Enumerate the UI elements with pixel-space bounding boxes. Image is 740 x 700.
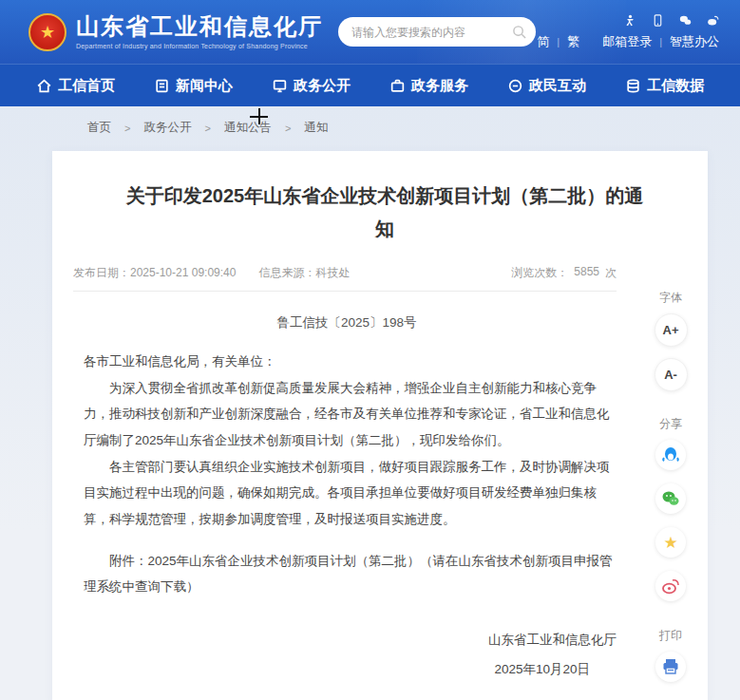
nav-item-news[interactable]: 新闻中心 (154, 77, 233, 95)
national-emblem-icon: ★ (28, 13, 66, 51)
mobile-icon[interactable] (652, 14, 664, 27)
disclosure-icon (272, 78, 288, 94)
font-decrease-button[interactable]: A- (655, 358, 688, 391)
font-label: 字体 (659, 290, 682, 306)
lang-traditional-link[interactable]: 繁 (567, 33, 579, 50)
attachment-line[interactable]: 附件：2025年山东省企业技术创新项目计划（第二批）（请在山东省技术创新项目申报… (84, 548, 617, 600)
search-icon[interactable] (512, 25, 526, 39)
qzone-star-icon[interactable]: ★ (655, 527, 686, 558)
nav-label: 工信数据 (647, 77, 704, 95)
breadcrumb-home[interactable]: 首页 (87, 120, 111, 136)
article-body: 各市工业和信息化局，有关单位： 为深入贯彻全省抓改革创新促高质量发展大会精神，增… (84, 349, 617, 600)
view-count: 浏览次数：5855次 (511, 265, 617, 281)
breadcrumb-notices[interactable]: 通知公告 (224, 120, 272, 136)
main-nav: 工信首页 新闻中心 政务公开 政务服务 政民互动 工信数据 (0, 64, 740, 106)
tool-rail: 字体 A+ A- 分享 ★ 打印 (641, 290, 700, 695)
page-background: 首页 > 政务公开 > 通知公告 > 通知 关于印发2025年山东省企业技术创新… (0, 106, 740, 700)
service-icon (389, 78, 406, 94)
nav-label: 政民互动 (529, 77, 586, 95)
breadcrumb-separator: > (204, 123, 210, 134)
site-header: ★ 山东省工业和信息化厅 Department of Industry and … (0, 0, 740, 64)
nav-item-data[interactable]: 工信数据 (625, 77, 704, 95)
home-icon (36, 78, 52, 94)
article-meta: 发布日期：2025-10-21 09:09:40 信息来源：科技处 浏览次数：5… (73, 265, 617, 281)
interaction-icon (507, 78, 523, 94)
sign-date: 2025年10月20日 (52, 654, 617, 684)
lang-simplified-link[interactable]: 简 (537, 33, 549, 50)
paragraph: 各主管部门要认真组织企业实施技术创新项目，做好项目跟踪服务工作，及时协调解决项目… (84, 454, 617, 533)
smart-office-link[interactable]: 智慧办公 (670, 33, 719, 50)
data-icon (625, 78, 641, 94)
breadcrumb: 首页 > 政务公开 > 通知公告 > 通知 (0, 106, 740, 142)
top-link-row: 简 | 繁 邮箱登录 | 智慧办公 (537, 33, 719, 50)
info-source: 信息来源：科技处 (258, 265, 350, 281)
weibo-share-icon[interactable] (655, 571, 686, 601)
publish-date: 发布日期：2025-10-21 09:09:40 (73, 265, 236, 281)
site-title-block: 山东省工业和信息化厅 Department of Industry and In… (76, 14, 323, 48)
nav-label: 政务公开 (294, 77, 351, 95)
nav-item-service[interactable]: 政务服务 (389, 77, 468, 95)
nav-label: 工信首页 (58, 77, 115, 95)
breadcrumb-separator: > (124, 123, 130, 134)
qq-share-icon[interactable] (655, 440, 686, 470)
site-title: 山东省工业和信息化厅 (76, 14, 323, 39)
article-card: 关于印发2025年山东省企业技术创新项目计划（第二批）的通知 发布日期：2025… (52, 151, 708, 700)
article-title: 关于印发2025年山东省企业技术创新项目计划（第二批）的通知 (119, 180, 651, 246)
breadcrumb-current: 通知 (304, 120, 328, 136)
nav-item-home[interactable]: 工信首页 (36, 77, 115, 95)
search-input[interactable] (351, 26, 512, 39)
nav-item-interaction[interactable]: 政民互动 (507, 77, 586, 95)
meta-divider (73, 291, 617, 292)
breadcrumb-separator: > (285, 123, 291, 134)
wechat-icon[interactable] (679, 14, 692, 27)
print-label: 打印 (659, 628, 682, 644)
printer-icon[interactable] (655, 652, 686, 682)
share-label: 分享 (659, 416, 682, 432)
signature-block: 山东省工业和信息化厅 2025年10月20日 (52, 625, 617, 684)
site-subtitle-en: Department of Industry and Information T… (76, 43, 323, 49)
mail-login-link[interactable]: 邮箱登录 (602, 33, 652, 50)
salutation: 各市工业和信息化局，有关单位： (84, 349, 617, 375)
accessibility-icon[interactable] (624, 14, 636, 27)
font-increase-button[interactable]: A+ (655, 313, 688, 347)
document-number: 鲁工信技〔2025〕198号 (52, 314, 641, 331)
nav-label: 政务服务 (411, 77, 468, 95)
paragraph: 为深入贯彻全省抓改革创新促高质量发展大会精神，增强企业自主创新能力和核心竞争力，… (84, 375, 617, 454)
news-icon (154, 78, 170, 94)
breadcrumb-disclosure[interactable]: 政务公开 (143, 120, 191, 136)
weibo-icon[interactable] (707, 14, 719, 27)
nav-item-disclosure[interactable]: 政务公开 (272, 77, 351, 95)
divider: | (659, 36, 662, 47)
site-search[interactable] (338, 17, 536, 47)
wechat-share-icon[interactable] (655, 483, 686, 514)
star-glyph: ★ (663, 533, 677, 553)
quick-icon-row (624, 14, 719, 27)
signer: 山东省工业和信息化厅 (52, 625, 617, 654)
nav-label: 新闻中心 (176, 77, 233, 95)
divider: | (557, 36, 560, 47)
